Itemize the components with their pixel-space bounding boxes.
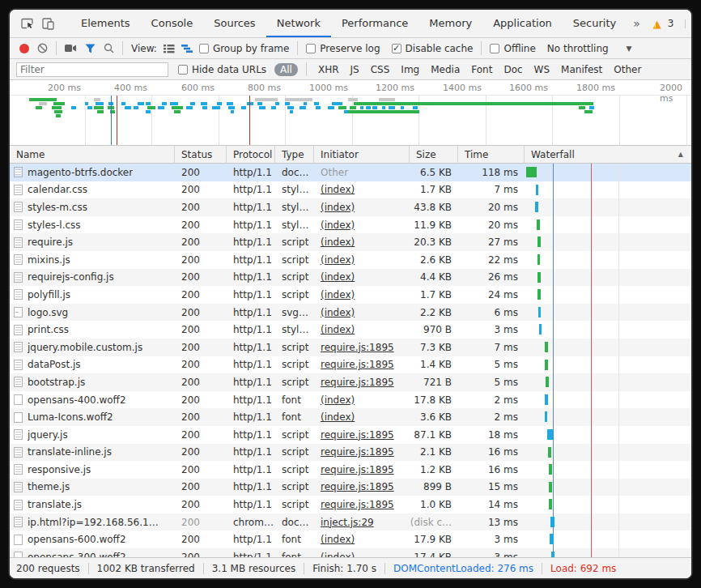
hide-data-urls-checkbox[interactable]: Hide data URLs — [178, 64, 266, 75]
table-row[interactable]: opensans-300.woff2200http/1.1font(index)… — [10, 548, 691, 557]
table-row[interactable]: styles-l.css200http/1.1styl…(index)11.9 … — [10, 216, 691, 234]
clear-network-log-icon[interactable] — [37, 43, 48, 53]
list-view-icon[interactable] — [164, 44, 175, 53]
initiator-link[interactable]: (index) — [321, 324, 355, 335]
record-network-log-button[interactable] — [19, 44, 29, 53]
table-row[interactable]: polyfill.js200http/1.1script(index)1.7 K… — [10, 286, 691, 304]
initiator-link[interactable]: (index) — [321, 202, 355, 213]
initiator-cell[interactable]: require.js:1895 — [314, 339, 410, 356]
table-row[interactable]: styles-m.css200http/1.1styl…(index)43.8 … — [10, 198, 691, 216]
column-header-type[interactable]: Type — [275, 146, 314, 164]
table-row[interactable]: require.js200http/1.1script(index)20.3 K… — [10, 233, 691, 251]
filter-type-img[interactable]: Img — [401, 64, 419, 75]
preserve-log-checkbox[interactable]: Preserve log — [306, 43, 380, 54]
initiator-link[interactable]: (index) — [321, 184, 355, 195]
filter-type-manifest[interactable]: Manifest — [561, 64, 602, 75]
initiator-cell[interactable]: require.js:1895 — [314, 444, 410, 462]
tab-console[interactable]: Console — [141, 10, 204, 37]
tab-sources[interactable]: Sources — [203, 10, 266, 37]
initiator-link[interactable]: (index) — [321, 289, 355, 300]
table-row[interactable]: jquery.js200http/1.1scriptrequire.js:189… — [10, 426, 691, 444]
tab-application[interactable]: Application — [482, 10, 563, 37]
table-row[interactable]: calendar.css200http/1.1styl…(index)1.7 K… — [10, 181, 691, 199]
column-header-size[interactable]: Size — [410, 146, 458, 164]
tab-security[interactable]: Security — [563, 10, 627, 37]
initiator-cell[interactable]: require.js:1895 — [314, 356, 410, 374]
console-warnings-badge[interactable]: ▲ ! 3 — [647, 18, 681, 30]
initiator-link[interactable]: require.js:1895 — [321, 429, 394, 441]
initiator-link[interactable]: (index) — [321, 271, 355, 283]
initiator-cell[interactable]: require.js:1895 — [314, 496, 410, 513]
table-row[interactable]: logo.svg200http/1.1svg…(index)2.2 KB6 ms — [10, 304, 691, 322]
initiator-cell[interactable]: (index) — [314, 391, 410, 409]
table-row[interactable]: Luma-Icons.woff2200http/1.1font(index)3.… — [10, 408, 691, 426]
throttling-select[interactable]: No throttling ▼ — [547, 43, 632, 54]
filter-type-other[interactable]: Other — [614, 64, 641, 75]
table-row[interactable]: magento-btrfs.docker200http/1.1doc…Other… — [10, 164, 691, 181]
initiator-cell[interactable]: (index) — [314, 233, 410, 251]
capture-screenshots-icon[interactable] — [65, 44, 77, 53]
filter-type-css[interactable]: CSS — [371, 64, 390, 75]
initiator-link[interactable]: require.js:1895 — [321, 377, 394, 388]
waterfall-view-icon[interactable] — [181, 44, 193, 53]
initiator-link[interactable]: require.js:1895 — [321, 342, 394, 353]
filter-type-doc[interactable]: Doc — [503, 64, 522, 75]
tab-network[interactable]: Network — [266, 10, 331, 37]
initiator-cell[interactable]: (index) — [314, 321, 410, 339]
inspect-element-icon[interactable] — [21, 18, 34, 30]
initiator-cell[interactable]: (index) — [314, 548, 410, 557]
offline-checkbox[interactable]: Offline — [490, 43, 535, 54]
device-toolbar-icon[interactable] — [42, 18, 54, 30]
disable-cache-checkbox[interactable]: ✓Disable cache — [392, 43, 474, 54]
tab-performance[interactable]: Performance — [331, 10, 418, 37]
initiator-link[interactable]: require.js:1895 — [321, 481, 394, 492]
table-row[interactable]: translate.js200http/1.1scriptrequire.js:… — [10, 496, 691, 513]
initiator-link[interactable]: (index) — [321, 219, 355, 231]
initiator-link[interactable]: (index) — [321, 394, 355, 406]
column-header-protocol[interactable]: Protocol — [227, 146, 275, 164]
table-row[interactable]: ip.html?ip=192.168.56.1…200chrom…doc…inj… — [10, 513, 691, 531]
table-row[interactable]: bootstrap.js200http/1.1scriptrequire.js:… — [10, 373, 691, 391]
initiator-cell[interactable]: (index) — [314, 408, 410, 426]
initiator-link[interactable]: (index) — [321, 534, 355, 545]
table-row[interactable]: print.css200http/1.1styl…(index)970 B3 m… — [10, 321, 691, 339]
initiator-link[interactable]: require.js:1895 — [321, 359, 394, 370]
initiator-cell[interactable]: (index) — [314, 181, 410, 199]
initiator-link[interactable]: require.js:1895 — [321, 499, 394, 510]
initiator-cell[interactable]: (index) — [314, 286, 410, 304]
initiator-link[interactable]: (index) — [321, 411, 355, 423]
filter-type-js[interactable]: JS — [350, 64, 359, 75]
column-header-name[interactable]: Name — [10, 146, 175, 164]
initiator-cell[interactable]: (index) — [314, 251, 410, 269]
column-header-waterfall[interactable]: Waterfall▲ — [525, 146, 691, 164]
table-row[interactable]: requirejs-config.js200http/1.1script(ind… — [10, 269, 691, 287]
initiator-cell[interactable]: require.js:1895 — [314, 373, 410, 391]
initiator-link[interactable]: (index) — [321, 236, 355, 248]
table-row[interactable]: opensans-600.woff2200http/1.1font(index)… — [10, 530, 691, 548]
initiator-cell[interactable]: require.js:1895 — [314, 426, 410, 444]
initiator-cell[interactable]: (index) — [314, 269, 410, 287]
initiator-link[interactable]: (index) — [321, 552, 355, 557]
table-row[interactable]: theme.js200http/1.1scriptrequire.js:1895… — [10, 479, 691, 496]
filter-type-font[interactable]: Font — [471, 64, 492, 75]
filter-input[interactable] — [16, 62, 168, 77]
devtools-menu-icon[interactable]: ⋮ — [690, 16, 691, 32]
tab-memory[interactable]: Memory — [418, 10, 482, 37]
search-icon[interactable] — [104, 43, 114, 53]
column-header-status[interactable]: Status — [175, 146, 227, 164]
initiator-link[interactable]: inject.js:29 — [321, 517, 374, 528]
table-row[interactable]: jquery.mobile.custom.js200http/1.1script… — [10, 339, 691, 356]
initiator-cell[interactable]: (index) — [314, 198, 410, 216]
table-row[interactable]: opensans-400.woff2200http/1.1font(index)… — [10, 391, 691, 409]
network-overview-pane[interactable]: 200 ms400 ms600 ms800 ms1000 ms1200 ms14… — [10, 80, 691, 146]
column-header-time[interactable]: Time — [458, 146, 525, 164]
filter-type-ws[interactable]: WS — [534, 64, 550, 75]
filter-type-xhr[interactable]: XHR — [318, 64, 339, 75]
more-tabs-button[interactable]: » — [627, 10, 647, 37]
initiator-cell[interactable]: (index) — [314, 304, 410, 322]
table-row[interactable]: translate-inline.js200http/1.1scriptrequ… — [10, 444, 691, 462]
initiator-link[interactable]: require.js:1895 — [321, 446, 394, 458]
group-by-frame-checkbox[interactable]: Group by frame — [199, 43, 289, 54]
table-row[interactable]: dataPost.js200http/1.1scriptrequire.js:1… — [10, 356, 691, 374]
initiator-cell[interactable]: (index) — [314, 216, 410, 234]
